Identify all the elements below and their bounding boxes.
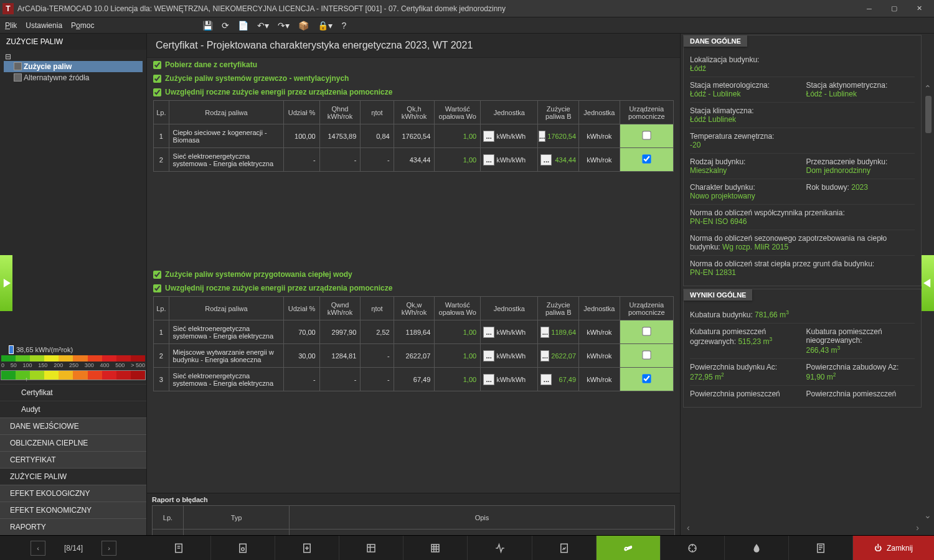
- cell-wo[interactable]: 1,00: [435, 148, 481, 172]
- unit-picker-button[interactable]: ...: [483, 131, 494, 142]
- cell-q[interactable]: 1284,81: [319, 344, 361, 368]
- nav-zuzycie-paliw[interactable]: ZUŻYCIE PALIW: [0, 468, 146, 485]
- cell-q[interactable]: 2997,90: [319, 320, 361, 344]
- error-row[interactable]: Odśwież listę błędów!: [153, 530, 675, 536]
- bottom-icon-5[interactable]: [403, 536, 468, 560]
- unit-picker-button[interactable]: ...: [483, 374, 494, 385]
- nav-sub-audyt[interactable]: Audyt: [0, 401, 146, 418]
- cell-wo[interactable]: 1,00: [435, 344, 481, 368]
- unit-picker-button[interactable]: ...: [483, 154, 494, 166]
- menu-plik[interactable]: Plik: [5, 21, 17, 30]
- pomoc-checkbox[interactable]: [642, 374, 651, 383]
- hscroll-left-icon[interactable]: ‹: [687, 523, 690, 533]
- cell-pomoc[interactable]: [620, 344, 673, 368]
- bottom-icon-4[interactable]: [339, 536, 403, 560]
- menu-pomoc[interactable]: Pomoc: [71, 21, 94, 30]
- bottom-icon-10[interactable]: [725, 536, 789, 560]
- tree-item-alternatywne[interactable]: Alternatywne źródła: [4, 72, 143, 83]
- cell-qk[interactable]: 2622,07: [394, 344, 435, 368]
- copy-icon[interactable]: 📄: [238, 21, 248, 30]
- cell-qk[interactable]: 17620,54: [394, 124, 435, 148]
- check-zuzycie-grzewczo[interactable]: Zużycie paliw systemów grzewczo - wentyl…: [153, 72, 674, 85]
- refresh-icon[interactable]: ⟳: [222, 21, 229, 30]
- checkbox-zuzycie-grzewczo[interactable]: [153, 75, 161, 83]
- cell-wo[interactable]: 1,00: [435, 368, 481, 391]
- close-button[interactable]: ✕: [907, 0, 932, 17]
- bottom-icon-2[interactable]: [211, 536, 275, 560]
- package-icon[interactable]: 📦: [298, 21, 309, 30]
- hscroll-right-icon[interactable]: ›: [916, 523, 919, 533]
- pomoc-checkbox[interactable]: [642, 154, 651, 163]
- tree-collapse-icon[interactable]: ⊟: [5, 52, 11, 61]
- cell-qk[interactable]: 434,44: [394, 148, 435, 172]
- tree-item-zuzycie-paliw[interactable]: Zużycie paliw: [4, 61, 143, 72]
- cell-pomoc[interactable]: [620, 148, 673, 172]
- check-zuzycie-cieplej-wody[interactable]: Zużycie paliw systemów przygotowania cie…: [153, 268, 674, 281]
- cell-qk[interactable]: 67,49: [394, 368, 435, 391]
- checkbox-uwzglednij-1[interactable]: [153, 88, 161, 96]
- b-picker-button[interactable]: ...: [540, 350, 549, 362]
- bottom-icon-9[interactable]: [661, 536, 725, 560]
- page-next-button[interactable]: ›: [101, 541, 116, 556]
- undo-icon[interactable]: ↶▾: [257, 21, 269, 30]
- bottom-icon-8-active[interactable]: [597, 536, 661, 560]
- maximize-button[interactable]: ▢: [882, 0, 907, 17]
- checkbox-uwzglednij-2[interactable]: [153, 284, 161, 292]
- cell-udzial[interactable]: -: [284, 368, 319, 391]
- bottom-icon-11[interactable]: [789, 536, 853, 560]
- cell-qk[interactable]: 1189,64: [394, 320, 435, 344]
- edge-tab-left[interactable]: [0, 255, 12, 311]
- cell-q[interactable]: -: [319, 148, 361, 172]
- close-app-button[interactable]: ⏻ Zamknij: [853, 536, 934, 560]
- nav-efekt-ekologiczny[interactable]: EFEKT EKOLOGICZNY: [0, 485, 146, 502]
- help-icon[interactable]: ?: [341, 21, 346, 30]
- cell-wo[interactable]: 1,00: [435, 320, 481, 344]
- check-pobierz-dane[interactable]: Pobierz dane z certyfikatu: [153, 58, 674, 72]
- cell-ntot[interactable]: -: [361, 368, 394, 391]
- checkbox-pobierz-dane[interactable]: [153, 61, 161, 69]
- scroll-down-icon[interactable]: ⌄: [924, 510, 932, 520]
- bottom-icon-3[interactable]: [275, 536, 339, 560]
- pomoc-checkbox[interactable]: [642, 327, 651, 335]
- cell-udzial[interactable]: 30,00: [284, 344, 319, 368]
- nav-raporty[interactable]: RAPORTY: [0, 518, 146, 535]
- nav-obliczenia-cieplne[interactable]: OBLICZENIA CIEPLNE: [0, 434, 146, 451]
- scroll-up-icon[interactable]: ⌃: [924, 83, 932, 93]
- cell-pomoc[interactable]: [620, 320, 673, 344]
- checkbox-zuzycie-cieplej-wody[interactable]: [153, 271, 161, 279]
- cell-udzial[interactable]: 100,00: [284, 124, 319, 148]
- b-picker-button[interactable]: ...: [540, 327, 549, 338]
- redo-icon[interactable]: ↷▾: [278, 21, 290, 30]
- cell-udzial[interactable]: 70,00: [284, 320, 319, 344]
- nav-dane-wejsciowe[interactable]: DANE WEJŚCIOWE: [0, 418, 146, 434]
- cell-pomoc[interactable]: [620, 368, 673, 391]
- scrollbar[interactable]: [925, 96, 932, 133]
- minimize-button[interactable]: ─: [857, 0, 882, 17]
- nav-efekt-ekonomiczny[interactable]: EFEKT EKONOMICZNY: [0, 502, 146, 518]
- cell-q[interactable]: -: [319, 368, 361, 391]
- cell-udzial[interactable]: -: [284, 148, 319, 172]
- cell-ntot[interactable]: -: [361, 148, 394, 172]
- b-picker-button[interactable]: ...: [540, 154, 552, 166]
- page-prev-button[interactable]: ‹: [31, 541, 45, 556]
- unit-picker-button[interactable]: ...: [483, 327, 494, 338]
- bottom-icon-6[interactable]: [468, 536, 532, 560]
- nav-sub-certyfikat[interactable]: Certyfikat: [0, 384, 146, 401]
- menu-ustawienia[interactable]: Ustawienia: [26, 21, 62, 30]
- cell-pomoc[interactable]: [620, 124, 673, 148]
- lock-icon[interactable]: 🔒▾: [318, 21, 333, 30]
- check-uwzglednij-2[interactable]: Uwzględnij roczne zużycie energii przez …: [153, 281, 674, 295]
- cell-ntot[interactable]: 0,84: [361, 124, 394, 148]
- bottom-icon-1[interactable]: [147, 536, 211, 560]
- nav-certyfikat[interactable]: CERTYFIKAT: [0, 451, 146, 468]
- check-uwzglednij-1[interactable]: Uwzględnij roczne zużycie energii przez …: [153, 85, 674, 99]
- b-picker-button[interactable]: ...: [539, 131, 545, 142]
- save-icon[interactable]: 💾: [202, 21, 213, 30]
- unit-picker-button[interactable]: ...: [483, 350, 494, 362]
- bottom-icon-7[interactable]: [532, 536, 597, 560]
- edge-tab-right[interactable]: [922, 255, 934, 311]
- pomoc-checkbox[interactable]: [642, 131, 651, 139]
- cell-wo[interactable]: 1,00: [435, 124, 481, 148]
- pomoc-checkbox[interactable]: [642, 350, 651, 359]
- cell-ntot[interactable]: 2,52: [361, 320, 394, 344]
